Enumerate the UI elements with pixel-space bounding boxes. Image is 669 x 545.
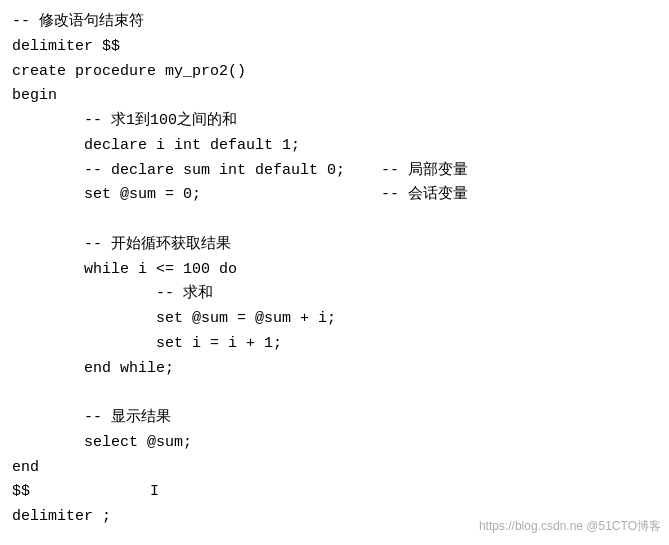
code-content: -- 修改语句结束符delimiter $$create procedure m… [12,10,657,530]
code-line: set @sum = @sum + i; [12,307,657,332]
code-line: -- 修改语句结束符 [12,10,657,35]
code-line: -- 求和 [12,282,657,307]
watermark: https://blog.csdn.ne @51CTO博客 [479,517,661,537]
code-line: delimiter $$ [12,35,657,60]
code-line: set i = i + 1; [12,332,657,357]
code-line: end while; [12,357,657,382]
code-line: -- declare sum int default 0; -- 局部变量 [12,159,657,184]
code-editor: -- 修改语句结束符delimiter $$create procedure m… [0,0,669,545]
code-line: while i <= 100 do [12,258,657,283]
code-line [12,381,657,406]
code-line: declare i int default 1; [12,134,657,159]
code-line [12,208,657,233]
code-line: -- 开始循环获取结果 [12,233,657,258]
code-line: set @sum = 0; -- 会话变量 [12,183,657,208]
code-line: create procedure my_pro2() [12,60,657,85]
watermark-right: @51CTO博客 [586,519,661,533]
code-line: begin [12,84,657,109]
code-line: -- 求1到100之间的和 [12,109,657,134]
code-line: select @sum; [12,431,657,456]
watermark-left: https://blog.csdn.ne [479,519,583,533]
code-line: $$ [12,480,30,505]
code-line: end [12,456,657,481]
code-line: -- 显示结果 [12,406,657,431]
